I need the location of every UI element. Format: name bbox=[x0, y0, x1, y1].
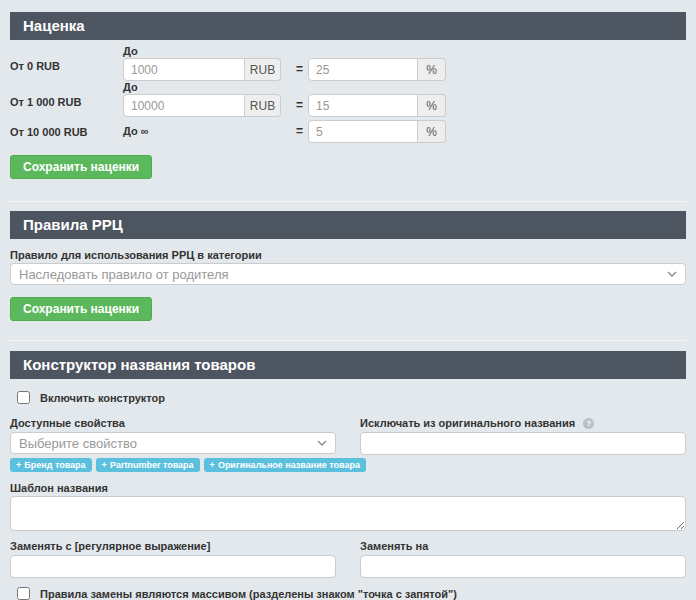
equals-sign: = bbox=[296, 124, 303, 143]
rrc-section: Правила РРЦ Правило для использования РР… bbox=[10, 211, 686, 321]
rrc-section-title: Правила РРЦ bbox=[10, 211, 686, 239]
property-tags: + Бренд товара + Partnumber товара + Ори… bbox=[10, 458, 336, 472]
equals-sign: = bbox=[296, 98, 303, 117]
plus-icon: + bbox=[16, 460, 21, 470]
percent-addon: % bbox=[418, 120, 446, 143]
template-label: Шаблон названия bbox=[10, 482, 686, 494]
markup-row: От 10 000 RUB До ∞ = % bbox=[10, 120, 686, 143]
range-to-label: До bbox=[123, 45, 296, 57]
markup-section: Наценка От 0 RUB До RUB = % От 1 000 bbox=[10, 12, 686, 179]
tag-label: Оригинальное название товара bbox=[218, 460, 360, 470]
rrc-rule-select[interactable]: Наследовать правило от родителя bbox=[10, 263, 686, 285]
range-from-label: От 0 RUB bbox=[10, 45, 123, 72]
save-rrc-button[interactable]: Сохранить наценки bbox=[10, 297, 152, 321]
constructor-section-title: Конструктор названия товаров bbox=[10, 351, 686, 379]
exclude-input[interactable] bbox=[360, 432, 686, 455]
exclude-label-text: Исключать из оригинального названия bbox=[360, 417, 575, 429]
enable-constructor-checkbox[interactable] bbox=[17, 391, 30, 404]
percent-input[interactable] bbox=[308, 120, 418, 143]
replace-from-label: Заменять с [регулярное выражение] bbox=[10, 540, 336, 552]
percent-input[interactable] bbox=[308, 58, 418, 81]
range-from-label: От 10 000 RUB bbox=[10, 126, 123, 138]
range-to-input[interactable] bbox=[123, 58, 245, 81]
plus-icon: + bbox=[210, 460, 215, 470]
available-props-label: Доступные свойства bbox=[10, 417, 336, 429]
section-divider bbox=[10, 201, 686, 202]
replace-to-label: Заменять на bbox=[360, 540, 686, 552]
range-to-input[interactable] bbox=[123, 94, 245, 117]
section-divider bbox=[10, 340, 686, 341]
currency-addon: RUB bbox=[245, 94, 281, 117]
rrc-rule-label: Правило для использования РРЦ в категори… bbox=[10, 249, 686, 261]
tag-label: Бренд товара bbox=[24, 460, 85, 470]
replace-from-input[interactable] bbox=[10, 555, 336, 578]
equals-sign: = bbox=[296, 62, 303, 81]
range-to-infinity-label: До ∞ bbox=[123, 125, 296, 137]
tag-brand[interactable]: + Бренд товара bbox=[10, 458, 92, 472]
save-markup-button[interactable]: Сохранить наценки bbox=[10, 155, 152, 179]
array-rules-label: Правила замены являются массивом (раздел… bbox=[40, 588, 457, 600]
markup-section-title: Наценка bbox=[10, 12, 686, 40]
available-props-select[interactable]: Выберите свойство bbox=[10, 432, 336, 454]
replace-to-input[interactable] bbox=[360, 555, 686, 578]
help-icon[interactable]: ? bbox=[583, 418, 594, 429]
plus-icon: + bbox=[102, 460, 107, 470]
exclude-label: Исключать из оригинального названия ? bbox=[360, 417, 686, 429]
enable-constructor-row: Включить конструктор bbox=[10, 391, 686, 404]
currency-addon: RUB bbox=[245, 58, 281, 81]
rrc-rule-selected-value: Наследовать правило от родителя bbox=[19, 267, 229, 282]
constructor-section: Конструктор названия товаров Включить ко… bbox=[10, 351, 686, 600]
percent-addon: % bbox=[418, 94, 446, 117]
chevron-down-icon bbox=[317, 440, 327, 446]
percent-input[interactable] bbox=[308, 94, 418, 117]
template-textarea[interactable] bbox=[10, 496, 686, 531]
enable-constructor-label: Включить конструктор bbox=[40, 392, 165, 404]
markup-row: От 1 000 RUB До RUB = % bbox=[10, 81, 686, 117]
array-rules-checkbox[interactable] bbox=[17, 587, 30, 600]
percent-addon: % bbox=[418, 58, 446, 81]
array-rules-row: Правила замены являются массивом (раздел… bbox=[10, 587, 686, 600]
available-props-selected-value: Выберите свойство bbox=[19, 436, 137, 451]
tag-label: Partnumber товара bbox=[110, 460, 194, 470]
range-from-label: От 1 000 RUB bbox=[10, 81, 123, 108]
chevron-down-icon bbox=[667, 271, 677, 277]
tag-partnumber[interactable]: + Partnumber товара bbox=[96, 458, 200, 472]
tag-original-name[interactable]: + Оригинальное название товара bbox=[204, 458, 366, 472]
markup-row: От 0 RUB До RUB = % bbox=[10, 45, 686, 81]
range-to-label: До bbox=[123, 81, 296, 93]
